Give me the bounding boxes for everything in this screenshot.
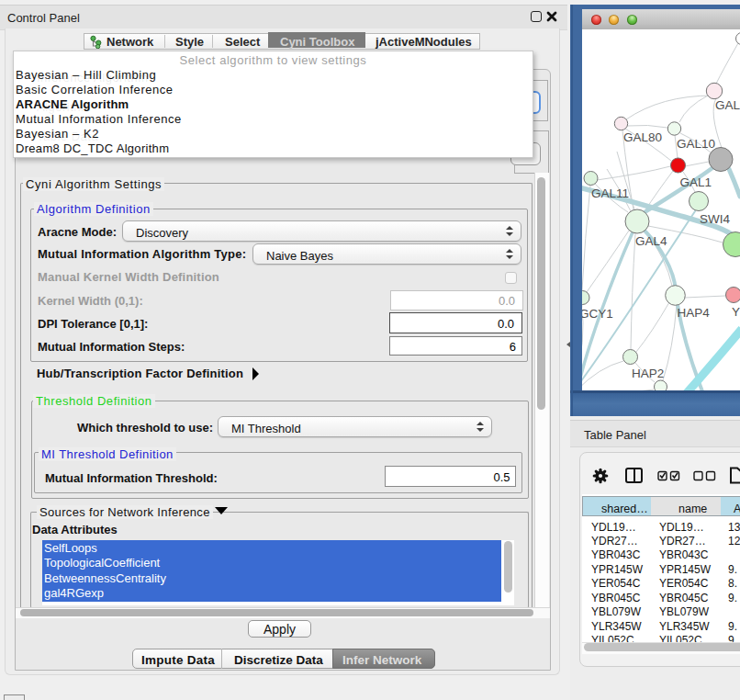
svg-text:GCY1: GCY1	[582, 307, 613, 321]
svg-text:GAL1: GAL1	[680, 175, 712, 189]
svg-text:HAP2: HAP2	[632, 367, 664, 380]
svg-text:GAL10: GAL10	[677, 137, 715, 151]
svg-text:GAL7: GAL7	[715, 98, 740, 112]
svg-text:GAL11: GAL11	[591, 186, 629, 200]
svg-text:GAL80: GAL80	[623, 130, 662, 144]
svg-text:GAL4: GAL4	[635, 234, 667, 248]
svg-text:HAP4: HAP4	[678, 306, 711, 320]
svg-text:SWI4: SWI4	[700, 212, 730, 226]
svg-text:Y: Y	[732, 305, 740, 319]
